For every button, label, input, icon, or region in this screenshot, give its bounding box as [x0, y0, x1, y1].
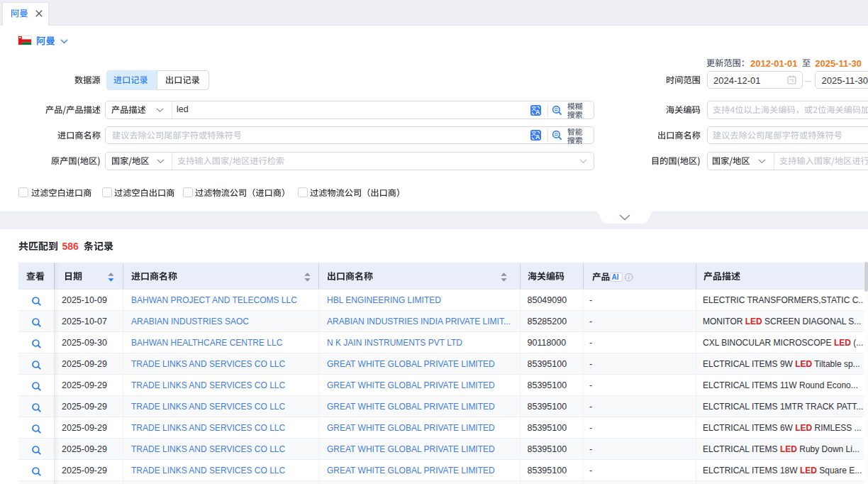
svg-text:A: A [535, 133, 540, 141]
svg-text:A: A [535, 109, 540, 116]
